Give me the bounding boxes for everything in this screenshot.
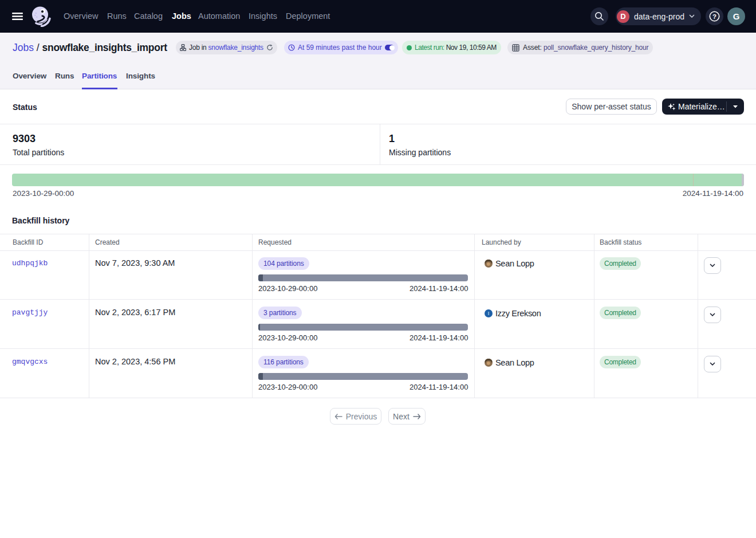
svg-text:?: ?	[712, 13, 716, 20]
